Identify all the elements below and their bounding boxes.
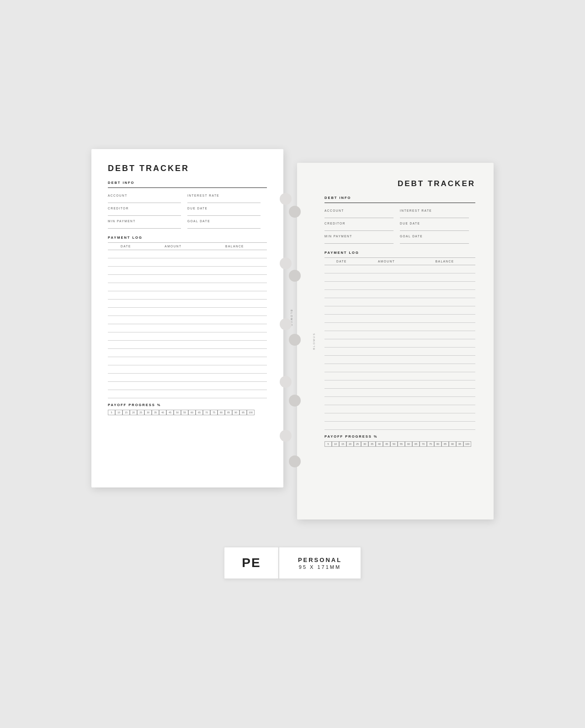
left-table-cell (144, 382, 202, 390)
left-table-cell (108, 308, 144, 316)
right-table-cell (324, 331, 359, 339)
right-page: BLOMUS DEBT TRACKER DEBT INFO ACCOUNT IN… (297, 163, 494, 519)
right-page-title: DEBT TRACKER (324, 179, 475, 188)
right-field-interest: INTEREST RATE (400, 207, 475, 219)
left-table-row (108, 300, 267, 308)
right-label-min-payment: MIN PAYMENT (324, 235, 400, 238)
right-table-cell (324, 372, 359, 380)
right-table-cell (414, 405, 475, 413)
left-table-cell (108, 300, 144, 308)
right-table-row (324, 323, 475, 331)
right-table-row (324, 306, 475, 315)
right-table-cell (359, 356, 415, 364)
right-table-row (324, 331, 475, 339)
right-table-cell (414, 348, 475, 356)
progress-num: 30 (361, 441, 368, 447)
right-table-cell (414, 323, 475, 331)
hole-2 (280, 257, 292, 269)
footer-section: PE PERSONAL 95 X 171MM (224, 547, 361, 579)
left-table-cell (144, 250, 202, 258)
left-field-interest: INTEREST RATE (187, 192, 267, 204)
right-table-cell (324, 290, 359, 298)
right-table-row (324, 348, 475, 356)
progress-num: 60 (188, 410, 196, 415)
right-label-interest: INTEREST RATE (400, 209, 475, 212)
progress-num: 40 (159, 410, 166, 415)
left-debt-divider (108, 187, 267, 188)
right-table-row (324, 282, 475, 290)
left-label-goal-date: GOAL DATE (187, 219, 267, 223)
left-col-balance: BALANCE (202, 243, 267, 250)
right-table-cell (359, 290, 415, 298)
left-table-row (108, 349, 267, 357)
right-table-cell (414, 339, 475, 348)
progress-num: 80 (434, 441, 441, 447)
right-table-row (324, 265, 475, 273)
pe-label: PE (242, 556, 261, 570)
left-table-cell (108, 316, 144, 324)
left-table-cell (144, 332, 202, 341)
right-table-cell (324, 413, 359, 422)
right-label-creditor: CREDITOR (324, 222, 400, 225)
left-field-account: ACCOUNT (108, 192, 187, 204)
progress-num: 15 (122, 410, 130, 415)
right-label-account: ACCOUNT (324, 209, 400, 212)
left-table-row (108, 291, 267, 300)
left-table-row (108, 365, 267, 374)
left-line-goal-date (187, 224, 261, 229)
right-field-account: ACCOUNT (324, 207, 400, 219)
right-col-date: DATE (324, 258, 359, 265)
right-table-cell (359, 323, 415, 331)
main-container: BLOMUS DEBT TRACKER DEBT INFO ACCOUNT IN… (9, 149, 576, 579)
progress-num: 90 (232, 410, 239, 415)
left-field-due-date: DUE DATE (187, 204, 267, 217)
left-label-due-date: DUE DATE (187, 207, 267, 210)
progress-num: 45 (383, 441, 390, 447)
left-field-creditor: CREDITOR (108, 204, 187, 217)
progress-num: 95 (456, 441, 463, 447)
left-table-cell (144, 316, 202, 324)
progress-num: 25 (354, 441, 361, 447)
progress-num: 60 (405, 441, 412, 447)
left-table-row (108, 250, 267, 258)
right-table-cell (414, 380, 475, 389)
left-table-cell (144, 258, 202, 267)
progress-num: 10 (115, 410, 122, 415)
progress-num: 70 (203, 410, 210, 415)
progress-num: 65 (412, 441, 420, 447)
left-line-account (108, 198, 181, 203)
right-field-goal-date: GOAL DATE (400, 232, 475, 245)
right-table-cell (359, 405, 415, 413)
left-field-min-payment: MIN PAYMENT (108, 217, 187, 230)
left-line-creditor (108, 211, 181, 216)
left-table-cell (202, 250, 267, 258)
progress-num: 30 (144, 410, 152, 415)
progress-num: 35 (368, 441, 376, 447)
right-table-cell (324, 422, 359, 430)
right-table-cell (359, 380, 415, 389)
left-page-title: DEBT TRACKER (108, 164, 267, 173)
progress-num: 20 (346, 441, 354, 447)
personal-label-box: PERSONAL 95 X 171MM (279, 547, 361, 579)
left-table-row (108, 390, 267, 398)
right-line-due-date (400, 226, 469, 231)
left-table-cell (202, 291, 267, 300)
right-table-cell (414, 331, 475, 339)
right-label-goal-date: GOAL DATE (400, 235, 475, 238)
left-table-cell (108, 283, 144, 291)
progress-num: 15 (339, 441, 346, 447)
progress-num: 50 (390, 441, 398, 447)
left-page: BLOMUS DEBT TRACKER DEBT INFO ACCOUNT IN… (91, 149, 283, 487)
personal-size: 95 X 171MM (299, 564, 341, 570)
left-table-row (108, 308, 267, 316)
left-table-cell (144, 374, 202, 382)
right-field-due-date: DUE DATE (400, 219, 475, 232)
right-hole-5 (289, 455, 301, 467)
left-table-cell (202, 275, 267, 283)
right-table-cell (414, 290, 475, 298)
hole-1 (280, 193, 292, 205)
right-table-row (324, 397, 475, 405)
right-table-cell (324, 364, 359, 372)
left-table-cell (108, 357, 144, 365)
right-table-cell (414, 372, 475, 380)
